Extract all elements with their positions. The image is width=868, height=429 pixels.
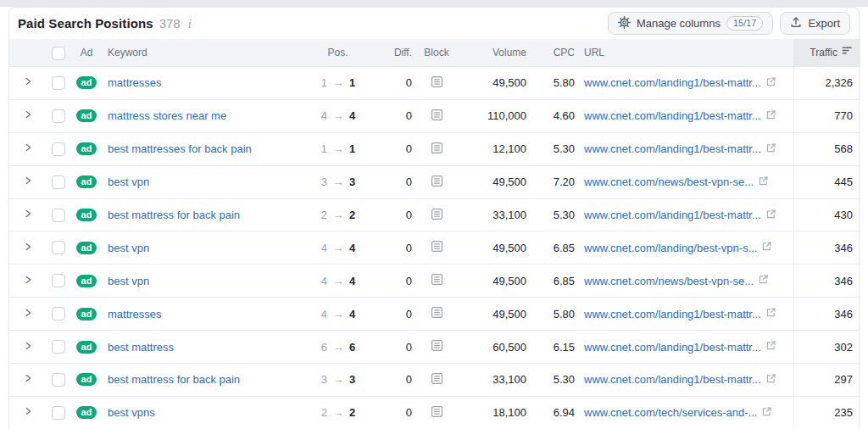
expand-chevron-icon[interactable] — [22, 208, 34, 222]
column-header-diff[interactable]: Diff. — [365, 39, 415, 67]
url-link[interactable]: www.cnet.com/news/best-vpn-se... — [584, 275, 754, 287]
keyword-link[interactable]: mattresses — [108, 76, 162, 89]
external-link-icon[interactable] — [765, 340, 776, 354]
row-checkbox[interactable] — [52, 274, 65, 287]
column-header-keyword[interactable]: Keyword — [103, 39, 310, 67]
table-row: ad best vpn 4 → 4 0 49,500 6.85 — [9, 265, 859, 298]
keyword-link[interactable]: best vpn — [108, 275, 149, 287]
expand-chevron-icon[interactable] — [22, 274, 34, 288]
external-link-icon[interactable] — [758, 176, 769, 189]
external-link-icon[interactable] — [765, 307, 776, 320]
serp-block-icon[interactable] — [431, 208, 443, 223]
position-to: 1 — [349, 142, 363, 155]
ad-badge: ad — [76, 209, 97, 221]
row-checkbox[interactable] — [52, 209, 65, 222]
url-link[interactable]: www.cnet.com/landing1/best-mattr... — [584, 142, 761, 155]
keyword-link[interactable]: mattress stores near me — [108, 109, 226, 122]
volume-value: 18,100 — [459, 406, 530, 419]
serp-block-icon[interactable] — [431, 306, 443, 321]
serp-block-icon[interactable] — [431, 405, 443, 421]
external-link-icon[interactable] — [765, 76, 776, 90]
columns-count-badge: 15/17 — [726, 16, 764, 31]
url-link[interactable]: www.cnet.com/news/best-vpn-se... — [584, 176, 754, 188]
gear-icon — [618, 16, 631, 31]
serp-block-icon[interactable] — [431, 142, 443, 157]
traffic-value: 346 — [793, 265, 860, 297]
column-header-traffic[interactable]: Traffic — [793, 39, 860, 67]
manage-columns-button[interactable]: Manage columns 15/17 — [608, 12, 774, 35]
expand-chevron-icon[interactable] — [22, 340, 34, 354]
serp-block-icon[interactable] — [431, 339, 443, 354]
external-link-icon[interactable] — [765, 142, 776, 156]
row-checkbox[interactable] — [52, 142, 65, 156]
row-checkbox[interactable] — [52, 340, 65, 354]
traffic-value: 2,326 — [793, 67, 860, 99]
external-link-icon[interactable] — [765, 373, 776, 387]
position-to: 3 — [349, 176, 363, 188]
card-header: Paid Search Positions 378 i Manage colum… — [9, 8, 859, 39]
expand-chevron-icon[interactable] — [22, 405, 34, 420]
url-link[interactable]: www.cnet.com/landing1/best-mattr... — [584, 308, 761, 320]
keyword-link[interactable]: best mattress — [108, 341, 174, 354]
column-header-volume[interactable]: Volume — [459, 39, 530, 67]
row-checkbox[interactable] — [52, 76, 65, 90]
column-header-cpc[interactable]: CPC — [530, 39, 577, 67]
url-link[interactable]: www.cnet.com/landing/best-vpn-s... — [584, 242, 757, 254]
ad-badge: ad — [76, 142, 97, 155]
expand-chevron-icon[interactable] — [22, 109, 34, 123]
url-link[interactable]: www.cnet.com/tech/services-and-... — [584, 406, 757, 419]
position-from: 4 — [314, 242, 327, 254]
traffic-value: 297 — [793, 364, 860, 396]
select-all-checkbox[interactable] — [52, 47, 65, 60]
row-checkbox[interactable] — [52, 176, 65, 189]
keyword-link[interactable]: best vpn — [108, 176, 149, 188]
row-checkbox[interactable] — [52, 307, 65, 320]
arrow-right-icon: → — [327, 373, 349, 386]
column-header-url[interactable]: URL — [577, 39, 793, 67]
row-checkbox[interactable] — [52, 406, 65, 420]
serp-block-icon[interactable] — [431, 175, 443, 190]
cpc-value: 4.60 — [530, 109, 577, 122]
diff-value: 0 — [365, 109, 415, 122]
external-link-icon[interactable] — [761, 241, 772, 254]
serp-block-icon[interactable] — [431, 109, 443, 124]
column-header-pos[interactable]: Pos. — [310, 39, 365, 67]
diff-value: 0 — [365, 406, 415, 419]
arrow-right-icon: → — [327, 176, 349, 188]
external-link-icon[interactable] — [765, 209, 776, 222]
external-link-icon[interactable] — [765, 109, 776, 123]
expand-chevron-icon[interactable] — [22, 372, 34, 387]
row-checkbox[interactable] — [52, 373, 65, 387]
keyword-link[interactable]: mattresses — [108, 308, 162, 320]
url-link[interactable]: www.cnet.com/landing1/best-mattr... — [584, 109, 761, 122]
keyword-link[interactable]: best mattress for back pain — [108, 209, 240, 221]
arrow-right-icon: → — [327, 242, 349, 254]
cpc-value: 6.85 — [530, 275, 577, 287]
keyword-link[interactable]: best vpn — [108, 242, 149, 254]
url-link[interactable]: www.cnet.com/landing1/best-mattr... — [584, 209, 761, 221]
expand-chevron-icon[interactable] — [22, 75, 34, 90]
serp-block-icon[interactable] — [431, 75, 443, 91]
external-link-icon[interactable] — [761, 406, 772, 420]
expand-chevron-icon[interactable] — [22, 142, 34, 156]
serp-block-icon[interactable] — [431, 372, 443, 387]
row-checkbox[interactable] — [52, 241, 65, 254]
keyword-link[interactable]: best vpns — [108, 406, 155, 419]
serp-block-icon[interactable] — [431, 273, 443, 288]
row-checkbox[interactable] — [52, 109, 65, 123]
info-icon[interactable]: i — [186, 18, 193, 31]
keyword-link[interactable]: best mattress for back pain — [108, 373, 240, 386]
url-link[interactable]: www.cnet.com/landing1/best-mattr... — [584, 373, 761, 386]
serp-block-icon[interactable] — [431, 240, 443, 255]
url-link[interactable]: www.cnet.com/landing1/best-mattr... — [584, 341, 761, 354]
external-link-icon[interactable] — [758, 274, 769, 287]
keyword-link[interactable]: best mattresses for back pain — [108, 142, 252, 155]
expand-chevron-icon[interactable] — [22, 307, 34, 321]
column-header-ad[interactable]: Ad — [70, 39, 103, 67]
export-button[interactable]: Export — [780, 12, 850, 35]
expand-chevron-icon[interactable] — [22, 175, 34, 189]
sort-descending-icon — [842, 39, 853, 67]
expand-chevron-icon[interactable] — [22, 241, 34, 255]
column-header-block[interactable]: Block — [415, 39, 459, 67]
url-link[interactable]: www.cnet.com/landing1/best-mattr... — [584, 76, 761, 89]
